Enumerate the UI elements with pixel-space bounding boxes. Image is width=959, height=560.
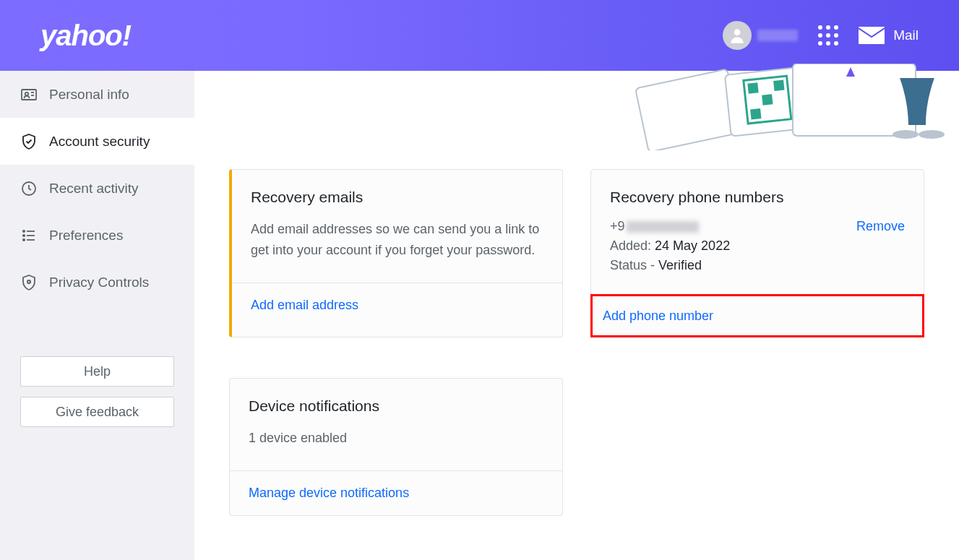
svg-point-23 bbox=[919, 130, 945, 139]
svg-rect-21 bbox=[793, 64, 916, 136]
sidebar-item-personal-info[interactable]: Personal info bbox=[0, 71, 194, 118]
add-phone-footer-highlighted: Add phone number bbox=[591, 295, 924, 337]
sidebar-item-label: Preferences bbox=[49, 228, 123, 244]
apps-grid-icon[interactable] bbox=[818, 25, 838, 46]
manage-device-link[interactable]: Manage device notifications bbox=[249, 486, 409, 501]
clock-icon bbox=[20, 180, 38, 197]
phone-added-line: Added: 24 May 2022 bbox=[610, 238, 905, 254]
phone-status-line: Status - Verified bbox=[610, 258, 905, 273]
add-phone-link[interactable]: Add phone number bbox=[603, 309, 713, 324]
sidebar-item-label: Personal info bbox=[49, 87, 129, 103]
card-recovery-emails: Recovery emails Add email addresses so w… bbox=[229, 169, 563, 337]
header-right: Mail bbox=[723, 21, 919, 50]
sidebar-item-account-security[interactable]: Account security bbox=[0, 118, 194, 165]
sidebar-item-recent-activity[interactable]: Recent activity bbox=[0, 165, 194, 212]
card-title: Device notifications bbox=[249, 397, 543, 415]
svg-point-9 bbox=[23, 234, 25, 236]
device-status: 1 device enabled bbox=[249, 428, 543, 449]
svg-point-11 bbox=[23, 238, 25, 240]
header: yahoo! Mail bbox=[0, 0, 959, 71]
svg-rect-17 bbox=[747, 82, 758, 93]
svg-point-3 bbox=[25, 92, 28, 95]
svg-point-0 bbox=[734, 29, 741, 35]
svg-rect-1 bbox=[859, 27, 885, 44]
svg-point-7 bbox=[23, 230, 25, 231]
card-title: Recovery phone numbers bbox=[610, 189, 905, 206]
hero-illustration bbox=[634, 64, 952, 150]
mail-link[interactable]: Mail bbox=[859, 27, 919, 44]
sidebar: Personal info Account security Recent ac… bbox=[0, 71, 194, 560]
svg-rect-18 bbox=[773, 80, 784, 91]
sidebar-item-label: Account security bbox=[49, 134, 150, 150]
sidebar-item-preferences[interactable]: Preferences bbox=[0, 212, 194, 259]
svg-point-13 bbox=[27, 280, 30, 283]
svg-rect-19 bbox=[750, 108, 761, 119]
account-menu[interactable] bbox=[723, 21, 798, 50]
remove-phone-link[interactable]: Remove bbox=[856, 219, 905, 234]
add-email-link[interactable]: Add email address bbox=[251, 298, 358, 313]
card-recovery-phones: Recovery phone numbers +9 Remove Added: … bbox=[590, 169, 924, 337]
card-description: Add email addresses so we can send you a… bbox=[251, 219, 543, 261]
mail-label: Mail bbox=[893, 27, 919, 43]
list-icon bbox=[20, 227, 38, 244]
card-title: Recovery emails bbox=[251, 189, 543, 206]
content-area: Recovery emails Add email addresses so w… bbox=[194, 71, 959, 560]
sidebar-item-label: Privacy Controls bbox=[49, 275, 149, 290]
username-redacted bbox=[757, 30, 798, 41]
yahoo-logo[interactable]: yahoo! bbox=[40, 20, 131, 52]
sidebar-item-label: Recent activity bbox=[49, 181, 139, 197]
mail-icon bbox=[859, 27, 885, 44]
avatar-icon bbox=[723, 21, 752, 50]
id-card-icon bbox=[20, 86, 38, 103]
shield-gear-icon bbox=[20, 274, 38, 291]
feedback-button[interactable]: Give feedback bbox=[20, 397, 174, 427]
card-device-notifications: Device notifications 1 device enabled Ma… bbox=[229, 378, 563, 516]
shield-check-icon bbox=[20, 133, 38, 150]
svg-point-22 bbox=[893, 130, 919, 139]
svg-rect-20 bbox=[762, 94, 773, 105]
phone-redacted bbox=[627, 221, 699, 233]
help-button[interactable]: Help bbox=[20, 356, 174, 387]
sidebar-item-privacy-controls[interactable]: Privacy Controls bbox=[0, 259, 194, 306]
phone-number: +9 bbox=[610, 219, 699, 234]
